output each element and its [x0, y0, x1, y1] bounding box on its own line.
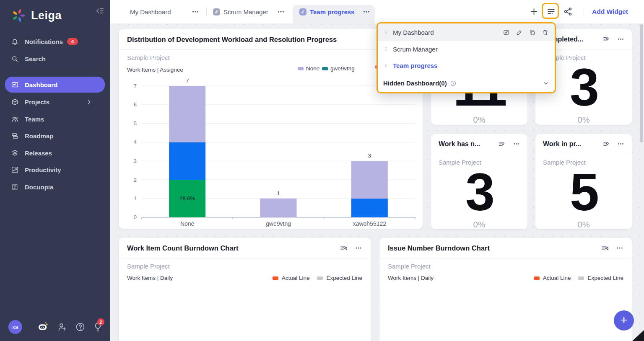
widget-project: Sample Project: [388, 263, 623, 270]
sidebar-item-roadmap[interactable]: Roadmap: [5, 129, 105, 143]
drag-handle-icon[interactable]: [384, 46, 389, 52]
ai-assistant-icon[interactable]: [37, 321, 49, 333]
sidebar-item-teams[interactable]: Teams: [5, 112, 105, 126]
widget-settings-icon[interactable]: [602, 140, 610, 147]
cursor-artifact: [632, 330, 644, 341]
trend-icon: [11, 166, 19, 174]
hidden-dashboard-toggle[interactable]: Hidden Dashboard(0): [378, 74, 555, 92]
widget-more-icon[interactable]: [355, 244, 362, 252]
drag-handle-icon[interactable]: [384, 29, 389, 36]
drag-handle-icon[interactable]: [384, 62, 389, 69]
doc-icon: [11, 183, 19, 191]
widget-more-icon[interactable]: [616, 244, 623, 252]
tab-team-progress[interactable]: Team progress: [299, 0, 354, 23]
widget-header: Work in pr...: [535, 134, 632, 154]
widget-project: Sample Project: [127, 54, 414, 61]
topbar: My Dashboard Scrum Manager Team progress: [110, 0, 644, 23]
invite-member-icon[interactable]: [57, 322, 68, 332]
widget-more-icon[interactable]: [513, 140, 520, 147]
widget-dimension: Work Items | Assignee: [127, 67, 414, 73]
sidebar-collapse-icon[interactable]: [95, 6, 105, 16]
legend-label: gwe9vtng: [330, 65, 355, 72]
widget-dimension: Work Items | Daily: [388, 275, 434, 281]
layers-icon: [11, 149, 19, 157]
menu-item-my-dashboard[interactable]: My Dashboard: [378, 23, 555, 41]
sidebar-item-dashboard[interactable]: Dashboard: [5, 77, 105, 93]
add-widget-button[interactable]: Add Widget: [592, 0, 628, 23]
sidebar-item-notifications[interactable]: Notifications4: [5, 34, 105, 49]
help-icon[interactable]: [75, 322, 86, 332]
sidebar: Leiga Notifications4SearchDashboardProje…: [0, 0, 110, 341]
svg-text:5: 5: [134, 120, 137, 127]
menu-item-label: Team progress: [393, 62, 437, 69]
widget-stat-work-has-not: Work has n... Sample Project 3 0%: [431, 134, 527, 229]
widget-project: Sample Project: [127, 263, 362, 270]
tab-my-dashboard[interactable]: My Dashboard: [130, 0, 171, 23]
svg-text:28.6%: 28.6%: [179, 195, 195, 202]
tab-scrum-manager-menu-icon[interactable]: [276, 7, 286, 16]
svg-text:7: 7: [186, 78, 189, 84]
svg-text:0: 0: [134, 214, 137, 220]
user-avatar[interactable]: xa: [8, 320, 22, 334]
sidebar-item-search[interactable]: Search: [5, 52, 105, 66]
stat-percentage: 0%: [431, 115, 527, 125]
widget-settings-icon[interactable]: 10864: [601, 244, 608, 252]
scrollbar-thumb[interactable]: [640, 24, 643, 142]
tab-scrum-manager[interactable]: Scrum Manager: [213, 0, 268, 23]
menu-item-team-progress[interactable]: Team progress: [378, 57, 555, 74]
sidebar-item-label: Docuopia: [25, 183, 53, 191]
roadmap-icon: [11, 132, 19, 140]
bell-icon: [11, 38, 19, 46]
widget-title: Work Item Count Burndown Chart: [127, 244, 340, 252]
widget-settings-icon[interactable]: [498, 140, 505, 147]
svg-text:7: 7: [134, 83, 137, 89]
rename-dashboard-icon[interactable]: [516, 29, 523, 36]
delete-dashboard-icon[interactable]: [542, 29, 549, 36]
widget-more-icon[interactable]: [617, 140, 624, 147]
dashboard-list-menu-icon[interactable]: [546, 7, 556, 16]
widget-dimension-row: Work Items | Daily Actual Line Expected …: [127, 275, 362, 281]
widget-title: Work in pr...: [543, 140, 602, 148]
submenu-arrow-icon: [85, 98, 93, 106]
duplicate-dashboard-icon[interactable]: [529, 29, 536, 36]
widget-work-item-count-burndown: Work Item Count Burndown Chart 10864 Sam…: [119, 238, 371, 341]
sidebar-item-releases[interactable]: Releases: [5, 146, 105, 160]
svg-text:10: 10: [607, 246, 608, 251]
new-dashboard-plus-icon[interactable]: [529, 7, 539, 16]
floating-add-button[interactable]: +: [614, 310, 634, 331]
tab-my-dashboard-menu-icon[interactable]: [190, 7, 200, 16]
menu-item-scrum-manager[interactable]: Scrum Manager: [378, 41, 555, 57]
legend-swatch: [322, 67, 328, 70]
share-icon[interactable]: [563, 7, 573, 16]
widget-more-icon[interactable]: [617, 36, 624, 43]
legend-item[interactable]: None: [298, 65, 319, 72]
menu-item-label: My Dashboard: [393, 29, 434, 36]
sidebar-item-label: Search: [25, 55, 46, 62]
svg-text:2: 2: [134, 177, 137, 183]
sidebar-item-projects[interactable]: Projects: [5, 95, 105, 109]
app-window: Leiga Notifications4SearchDashboardProje…: [0, 0, 644, 341]
sidebar-item-docuopia[interactable]: Docuopia: [5, 180, 105, 194]
menu-item-label: Scrum Manager: [393, 46, 438, 53]
chart-legend: Actual Line Expected Line: [534, 275, 623, 281]
sidebar-item-productivity[interactable]: Productivity: [5, 163, 105, 177]
widget-settings-icon[interactable]: 10864: [340, 244, 347, 252]
widget-title: Issue Number Burndown Chart: [388, 244, 601, 252]
svg-text:1: 1: [277, 190, 280, 196]
stat-value: 3: [431, 168, 527, 217]
widget-dimension: Work Items | Daily: [127, 275, 173, 281]
legend-swatch: [317, 276, 323, 280]
svg-text:3: 3: [368, 152, 371, 159]
svg-text:10: 10: [346, 246, 347, 251]
sidebar-item-label: Releases: [25, 150, 52, 157]
widget-settings-icon[interactable]: [602, 36, 610, 43]
dashboard-list-dropdown: My Dashboard: [377, 22, 556, 93]
burndown-line-chart: [379, 285, 632, 341]
hide-dashboard-icon[interactable]: [503, 29, 510, 36]
tab-team-progress-menu-icon[interactable]: [361, 7, 371, 16]
legend-label: Actual Line: [543, 275, 571, 281]
legend-label: Actual Line: [282, 275, 310, 281]
svg-text:3: 3: [134, 158, 137, 164]
legend-swatch: [273, 276, 278, 280]
legend-item[interactable]: gwe9vtng: [322, 65, 355, 72]
